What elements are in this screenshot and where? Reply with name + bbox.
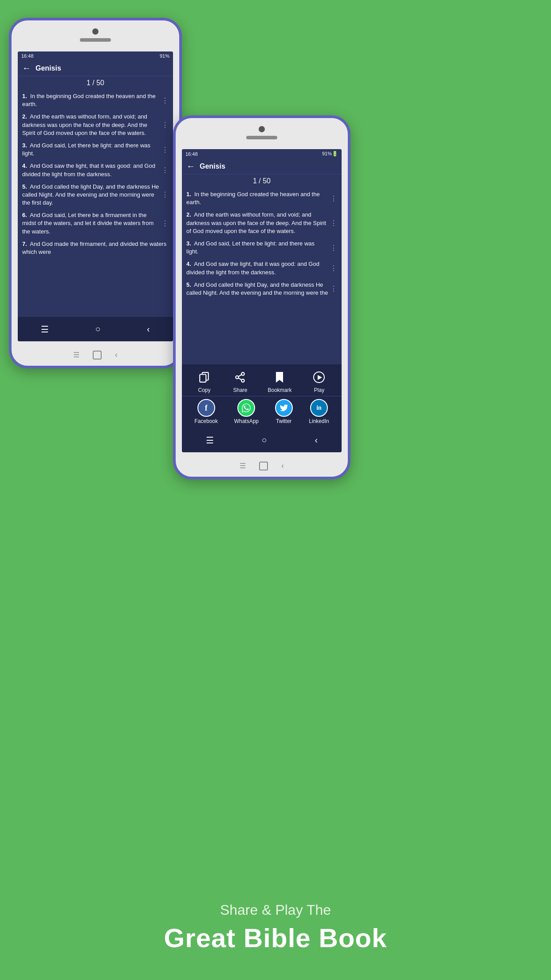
p2-nav-menu-icon[interactable]: ☰ bbox=[206, 435, 214, 446]
phone1-home-bar: ☰ ‹ bbox=[73, 350, 118, 360]
main-title-text: Great Bible Book bbox=[0, 923, 551, 953]
verse-2-text: 2. And the earth was without form, and v… bbox=[22, 113, 160, 137]
share-action[interactable]: Share bbox=[232, 369, 248, 393]
phone1-camera bbox=[92, 28, 98, 35]
verse-6-text: 6. And God said, Let there be a firmamen… bbox=[22, 211, 160, 236]
phone1-status-bar: 16:48 91% bbox=[18, 51, 173, 60]
verse-6-menu[interactable]: ⋮ bbox=[160, 219, 169, 228]
linkedin-action[interactable]: in LinkedIn bbox=[309, 399, 329, 424]
verse-5-menu[interactable]: ⋮ bbox=[160, 190, 169, 199]
verse-row-4: 4. And God saw the light, that it was go… bbox=[22, 162, 169, 178]
verse-row-7: 7. And God made the firmament, and divid… bbox=[22, 240, 169, 256]
nav-back-icon[interactable]: ‹ bbox=[147, 324, 150, 334]
share-icon bbox=[232, 369, 248, 386]
phone1-chapter: 1 / 50 bbox=[18, 76, 173, 90]
share-label: Share bbox=[233, 387, 247, 393]
phone1-speaker bbox=[80, 38, 111, 42]
whatsapp-icon bbox=[237, 399, 255, 417]
nav-menu-icon[interactable]: ☰ bbox=[41, 324, 49, 335]
phone1-header: ← Genisis bbox=[18, 60, 173, 76]
verse-4-menu[interactable]: ⋮ bbox=[160, 166, 169, 174]
facebook-icon: f bbox=[197, 399, 215, 417]
phone2-time: 16:48 bbox=[185, 151, 198, 157]
p2-verse-5-menu[interactable]: ⋮ bbox=[328, 285, 337, 293]
play-action[interactable]: Play bbox=[311, 369, 327, 393]
verse-1-text: 1. In the beginning God created the heav… bbox=[22, 92, 160, 108]
phone2-action-bar: Copy Share bbox=[182, 364, 342, 428]
phone1-home-arrow[interactable]: ‹ bbox=[115, 350, 118, 360]
phone2-book-title: Genisis bbox=[200, 162, 225, 170]
p2-verse-row-1: 1. In the beginning God created the heav… bbox=[186, 190, 337, 206]
bookmark-icon bbox=[271, 369, 288, 386]
phone1-battery: 91% bbox=[160, 53, 169, 59]
p2-verse-3-menu[interactable]: ⋮ bbox=[328, 244, 337, 252]
verse-row-3: 3. And God said, Let there be light: and… bbox=[22, 142, 169, 158]
p2-verse-1-menu[interactable]: ⋮ bbox=[328, 194, 337, 203]
whatsapp-label: WhatsApp bbox=[234, 418, 259, 424]
verse-1-menu[interactable]: ⋮ bbox=[160, 96, 169, 105]
copy-action[interactable]: Copy bbox=[196, 369, 213, 393]
phone2-home-arrow[interactable]: ‹ bbox=[281, 461, 284, 470]
phone2-header: ← Genisis bbox=[182, 158, 342, 174]
verse-row-6: 6. And God said, Let there be a firmamen… bbox=[22, 211, 169, 236]
copy-label: Copy bbox=[198, 387, 210, 393]
back-arrow-icon[interactable]: ← bbox=[22, 63, 31, 73]
svg-line-6 bbox=[239, 375, 242, 376]
verse-row-2: 2. And the earth was without form, and v… bbox=[22, 113, 169, 137]
linkedin-icon: in bbox=[310, 399, 328, 417]
verse-3-menu[interactable]: ⋮ bbox=[160, 146, 169, 154]
phone2-home-bar: ☰ ‹ bbox=[240, 461, 284, 470]
svg-line-5 bbox=[239, 378, 242, 380]
action-row-primary: Copy Share bbox=[182, 367, 342, 396]
verse-3-text: 3. And God said, Let there be light: and… bbox=[22, 142, 160, 158]
p2-verse-row-5: 5. And God called the light Day, and the… bbox=[186, 281, 337, 297]
phone2-camera bbox=[259, 126, 265, 132]
phone1-home-rect[interactable] bbox=[93, 351, 102, 360]
phone2-screen: 16:48 91%🔋 ← Genisis 1 / 50 1. In the be… bbox=[182, 149, 342, 452]
verse-2-menu[interactable]: ⋮ bbox=[160, 121, 169, 129]
verse-row-1: 1. In the beginning God created the heav… bbox=[22, 92, 169, 108]
verse-4-text: 4. And God saw the light, that it was go… bbox=[22, 162, 160, 178]
twitter-action[interactable]: Twitter bbox=[275, 399, 293, 424]
twitter-icon bbox=[275, 399, 293, 417]
p2-verse-2-menu[interactable]: ⋮ bbox=[328, 219, 337, 227]
bookmark-action[interactable]: Bookmark bbox=[268, 369, 291, 393]
phone1-book-title: Genisis bbox=[35, 64, 61, 72]
phone2-chapter: 1 / 50 bbox=[182, 174, 342, 188]
p2-verse-row-2: 2. And the earth was without form, and v… bbox=[186, 211, 337, 235]
copy-icon bbox=[196, 369, 213, 386]
verse-5-text: 5. And God called the light Day, and the… bbox=[22, 183, 160, 207]
phone2-verses: 1. In the beginning God created the heav… bbox=[182, 188, 342, 374]
p2-nav-home-icon[interactable]: ○ bbox=[262, 435, 267, 445]
whatsapp-action[interactable]: WhatsApp bbox=[234, 399, 259, 424]
phone1-time: 16:48 bbox=[21, 53, 34, 59]
phone2-home-rect[interactable] bbox=[259, 462, 268, 470]
twitter-label: Twitter bbox=[276, 418, 291, 424]
facebook-action[interactable]: f Facebook bbox=[194, 399, 218, 424]
phone2: 16:48 91%🔋 ← Genisis 1 / 50 1. In the be… bbox=[173, 115, 350, 479]
nav-home-icon[interactable]: ○ bbox=[95, 324, 101, 334]
bookmark-label: Bookmark bbox=[268, 387, 291, 393]
svg-point-4 bbox=[242, 379, 245, 382]
verse-row-5: 5. And God called the light Day, and the… bbox=[22, 183, 169, 207]
p2-verse-row-4: 4. And God saw the light, that it was go… bbox=[186, 260, 337, 276]
phone2-back-arrow-icon[interactable]: ← bbox=[186, 161, 195, 171]
p2-verse-4-text: 4. And God saw the light, that it was go… bbox=[186, 260, 328, 276]
play-icon bbox=[311, 369, 327, 386]
verse-7-text: 7. And God made the firmament, and divid… bbox=[22, 240, 169, 256]
subtitle-text: Share & Play The bbox=[0, 902, 551, 918]
p2-verse-row-3: 3. And God said, Let there be light: and… bbox=[186, 240, 337, 256]
phone2-battery: 91%🔋 bbox=[322, 151, 338, 157]
svg-point-2 bbox=[242, 372, 245, 375]
p2-verse-1-text: 1. In the beginning God created the heav… bbox=[186, 190, 328, 206]
p2-nav-back-icon[interactable]: ‹ bbox=[315, 435, 318, 445]
p2-verse-3-text: 3. And God said, Let there be light: and… bbox=[186, 240, 328, 256]
svg-point-3 bbox=[236, 376, 239, 379]
p2-verse-4-menu[interactable]: ⋮ bbox=[328, 264, 337, 273]
linkedin-label: LinkedIn bbox=[309, 418, 329, 424]
phone1-verses: 1. In the beginning God created the heav… bbox=[18, 90, 173, 263]
svg-rect-1 bbox=[200, 375, 206, 382]
facebook-label: Facebook bbox=[194, 418, 218, 424]
phone1: 16:48 91% ← Genisis 1 / 50 1. In the beg… bbox=[9, 18, 182, 368]
play-label: Play bbox=[314, 387, 324, 393]
